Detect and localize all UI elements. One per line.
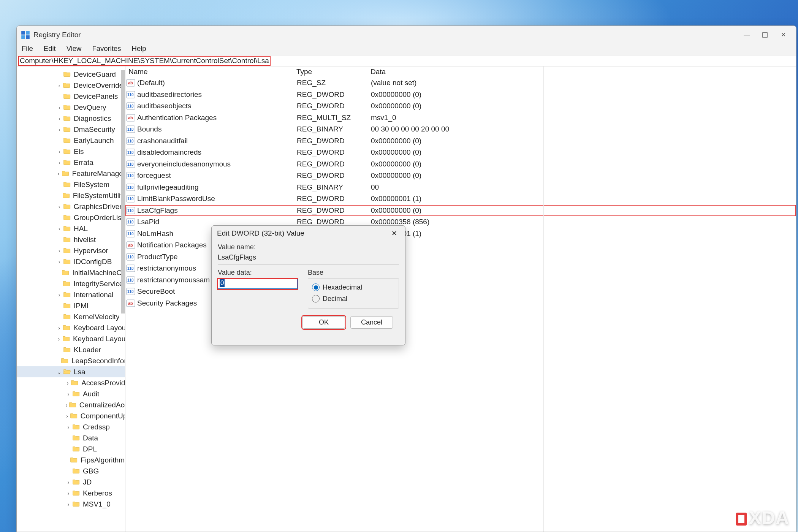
value-row[interactable]: (Default)REG_SZ(value not set) [125, 77, 796, 89]
address-text[interactable]: Computer\HKEY_LOCAL_MACHINE\SYSTEM\Curre… [19, 57, 270, 65]
menu-edit[interactable]: Edit [44, 44, 56, 54]
chevron-right-icon[interactable]: › [65, 402, 69, 408]
tree-item-dpl[interactable]: DPL [17, 443, 125, 454]
tree-item-diagnostics[interactable]: ›Diagnostics [17, 113, 125, 124]
tree-item-integrityservices[interactable]: IntegrityServices [17, 278, 125, 289]
tree-item-errata[interactable]: ›Errata [17, 157, 125, 168]
chevron-right-icon[interactable]: › [55, 204, 63, 210]
tree-item-kernelvelocity[interactable]: KernelVelocity [17, 311, 125, 322]
value-row[interactable]: disabledomaincredsREG_DWORD0x00000000 (0… [125, 147, 796, 158]
tree-item-lsa[interactable]: ⌄Lsa [17, 366, 125, 377]
tree-item-idconfigdb[interactable]: ›IDConfigDB [17, 256, 125, 267]
tree-item-international[interactable]: ›International [17, 289, 125, 300]
value-row[interactable]: BoundsREG_BINARY00 30 00 00 00 20 00 00 [125, 124, 796, 135]
radio-hexadecimal[interactable]: Hexadecimal [312, 282, 395, 293]
column-divider[interactable] [543, 66, 544, 532]
minimize-button[interactable]: — [738, 28, 756, 42]
dialog-titlebar[interactable]: Edit DWORD (32-bit) Value ✕ [212, 226, 405, 241]
value-row[interactable]: everyoneincludesanonymousREG_DWORD0x0000… [125, 158, 796, 170]
tree-item-grouporderlist[interactable]: GroupOrderList [17, 212, 125, 223]
col-type[interactable]: Type [296, 68, 370, 76]
chevron-right-icon[interactable]: › [55, 82, 63, 89]
tree-item-keyboard-layout[interactable]: ›Keyboard Layout [17, 322, 125, 333]
chevron-right-icon[interactable]: › [55, 149, 63, 155]
tree-item-deviceoverrides[interactable]: ›DeviceOverrides [17, 80, 125, 91]
tree-item-els[interactable]: ›Els [17, 146, 125, 157]
tree-item-dmasecurity[interactable]: ›DmaSecurity [17, 124, 125, 135]
tree-item-leapsecondinformation[interactable]: LeapSecondInformation [17, 355, 125, 366]
chevron-right-icon[interactable]: › [55, 127, 63, 133]
tree-item-data[interactable]: Data [17, 432, 125, 443]
titlebar[interactable]: Registry Editor — ✕ [17, 26, 796, 44]
tree-item-filesystemutilities[interactable]: FileSystemUtilities [17, 190, 125, 201]
chevron-right-icon[interactable]: › [55, 292, 63, 298]
list-header[interactable]: Name Type Data [125, 66, 796, 77]
value-row[interactable]: Authentication PackagesREG_MULTI_SZmsv1_… [125, 112, 796, 124]
maximize-button[interactable] [756, 28, 774, 42]
chevron-right-icon[interactable]: › [65, 391, 72, 397]
tree-item-accessproviders[interactable]: ›AccessProviders [17, 377, 125, 388]
tree-item-devquery[interactable]: ›DevQuery [17, 102, 125, 113]
cancel-button[interactable]: Cancel [350, 316, 393, 329]
tree-item-graphicsdrivers[interactable]: ›GraphicsDrivers [17, 201, 125, 212]
chevron-right-icon[interactable]: › [55, 104, 63, 111]
radio-decimal[interactable]: Decimal [312, 293, 395, 304]
chevron-right-icon[interactable]: › [55, 160, 63, 166]
tree-item-kloader[interactable]: KLoader [17, 344, 125, 355]
chevron-right-icon[interactable]: › [55, 171, 62, 177]
chevron-right-icon[interactable]: › [65, 424, 72, 430]
tree-item-fipsalgorithmpolicy[interactable]: FipsAlgorithmPolicy [17, 454, 125, 466]
tree-item-audit[interactable]: ›Audit [17, 388, 125, 399]
value-row[interactable]: fullprivilegeauditingREG_BINARY00 [125, 182, 796, 193]
menu-file[interactable]: File [22, 44, 33, 54]
chevron-down-icon[interactable]: ⌄ [55, 369, 63, 375]
chevron-right-icon[interactable]: › [65, 413, 70, 419]
chevron-right-icon[interactable]: › [65, 490, 72, 496]
value-row[interactable]: forceguestREG_DWORD0x00000000 (0) [125, 170, 796, 182]
menu-favorites[interactable]: Favorites [92, 44, 121, 54]
scrollbar-thumb[interactable] [121, 70, 125, 314]
tree-item-filesystem[interactable]: FileSystem [17, 179, 125, 190]
tree-item-initialmachineconfig[interactable]: InitialMachineConfig [17, 267, 125, 278]
tree-item-centralizedaccesspolicies[interactable]: ›CentralizedAccessPolicies [17, 399, 125, 410]
tree-item-earlylaunch[interactable]: EarlyLaunch [17, 135, 125, 146]
chevron-right-icon[interactable]: › [55, 116, 63, 122]
tree-item-devicepanels[interactable]: DevicePanels [17, 91, 125, 102]
value-row[interactable]: crashonauditfailREG_DWORD0x00000000 (0) [125, 135, 796, 147]
tree-item-jd[interactable]: ›JD [17, 477, 125, 488]
chevron-right-icon[interactable]: › [55, 259, 63, 265]
tree-item-kerberos[interactable]: ›Kerberos [17, 488, 125, 499]
value-row[interactable]: auditbasedirectoriesREG_DWORD0x00000000 … [125, 89, 796, 101]
menu-help[interactable]: Help [132, 44, 146, 54]
tree-item-msv1-0[interactable]: ›MSV1_0 [17, 499, 125, 510]
menu-view[interactable]: View [66, 44, 82, 54]
value-row[interactable]: LsaCfgFlagsREG_DWORD0x00000000 (0) [125, 205, 796, 217]
address-bar[interactable]: Computer\HKEY_LOCAL_MACHINE\SYSTEM\Curre… [17, 55, 796, 66]
tree-item-gbg[interactable]: GBG [17, 466, 125, 477]
tree-item-componentupdates[interactable]: ›ComponentUpdates [17, 410, 125, 421]
col-data[interactable]: Data [370, 68, 796, 76]
tree-item-featuremanagement[interactable]: ›FeatureManagement [17, 168, 125, 179]
tree-pane[interactable]: DeviceGuard›DeviceOverridesDevicePanels›… [17, 66, 125, 532]
chevron-right-icon[interactable]: › [55, 325, 63, 331]
tree-item-credssp[interactable]: ›Credssp [17, 421, 125, 432]
tree-item-keyboard-layouts[interactable]: ›Keyboard Layouts [17, 333, 125, 344]
tree-item-deviceguard[interactable]: DeviceGuard [17, 69, 125, 80]
chevron-right-icon[interactable]: › [55, 248, 63, 254]
chevron-right-icon[interactable]: › [65, 380, 71, 386]
chevron-right-icon[interactable]: › [65, 501, 72, 507]
value-data-input[interactable]: 0 [218, 279, 298, 289]
chevron-right-icon[interactable]: › [55, 226, 63, 232]
chevron-right-icon[interactable]: › [65, 479, 72, 485]
value-row[interactable]: LimitBlankPasswordUseREG_DWORD0x00000001… [125, 193, 796, 205]
tree-item-hal[interactable]: ›HAL [17, 223, 125, 234]
col-name[interactable]: Name [125, 68, 296, 76]
chevron-right-icon[interactable]: › [55, 336, 62, 342]
tree-item-ipmi[interactable]: IPMI [17, 300, 125, 311]
value-row[interactable]: auditbaseobjectsREG_DWORD0x00000000 (0) [125, 100, 796, 112]
dialog-close-button[interactable]: ✕ [388, 229, 400, 238]
close-button[interactable]: ✕ [774, 28, 792, 42]
tree-item-hypervisor[interactable]: ›Hypervisor [17, 245, 125, 256]
tree-item-hivelist[interactable]: hivelist [17, 234, 125, 245]
ok-button[interactable]: OK [302, 316, 345, 329]
